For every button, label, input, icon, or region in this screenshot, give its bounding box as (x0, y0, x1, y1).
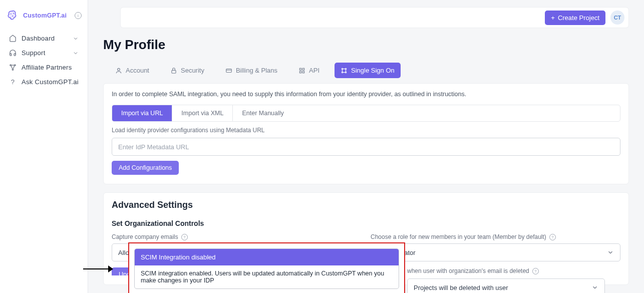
sidebar-item-dashboard[interactable]: Dashboard (6, 31, 82, 46)
topbar: + Create Project CT (120, 7, 629, 28)
delete-behavior-label: when user with organization's email is d… (407, 267, 605, 274)
chevron-down-icon (591, 284, 598, 291)
svg-point-5 (12, 69, 14, 71)
select-value: Projects will be deleted with user (414, 284, 508, 291)
tab-label: API (309, 67, 319, 74)
svg-point-16 (342, 72, 343, 73)
metadata-hint: Load identity provider configurations us… (112, 127, 620, 134)
network-icon (9, 64, 17, 71)
sidebar-label: Dashboard (22, 35, 55, 42)
tab-security[interactable]: Security (164, 63, 210, 78)
svg-point-3 (10, 65, 12, 66)
svg-point-2 (12, 16, 13, 17)
avatar[interactable]: CT (610, 11, 624, 25)
org-controls-title: Set Organizational Controls (112, 219, 620, 227)
chevron-down-icon (607, 249, 614, 256)
sidebar-label: Affiliate Partners (22, 64, 72, 71)
svg-point-1 (13, 13, 14, 14)
delete-behavior-select[interactable]: Projects will be deleted with user (407, 278, 605, 293)
scim-option-disabled[interactable]: SCIM Integration disabled (135, 249, 399, 265)
person-icon (115, 67, 122, 74)
help-icon[interactable]: ? (532, 268, 539, 274)
import-subtabs: Import via URL Import via XML Enter Manu… (112, 105, 620, 122)
option-label: SCIM integration enabled. Users will be … (141, 270, 384, 284)
subtab-import-url[interactable]: Import via URL (112, 105, 172, 121)
sidebar: CustomGPT.ai i Dashboard Support Affilia… (0, 0, 88, 293)
saml-card: In order to complete SAML integration, y… (103, 83, 629, 184)
help-icon[interactable]: ? (549, 234, 556, 240)
annotation-arrow (83, 265, 113, 273)
scim-options-list: SCIM Integration disabled SCIM integrati… (134, 248, 399, 289)
sidebar-label: Ask CustomGPT.ai (22, 78, 79, 86)
scim-dropdown-panel: SCIM Integration disabled SCIM integrati… (128, 242, 405, 293)
tab-label: Single Sign On (351, 67, 395, 74)
info-icon[interactable]: i (75, 12, 82, 19)
code-icon (298, 67, 305, 74)
svg-point-17 (345, 72, 346, 73)
svg-rect-13 (302, 71, 304, 73)
svg-rect-8 (226, 69, 232, 72)
home-icon (9, 35, 17, 42)
delete-user-column: when user with organization's email is d… (407, 267, 605, 293)
svg-rect-10 (299, 68, 301, 70)
add-configurations-button[interactable]: Add Configurations (112, 161, 179, 175)
option-label: SCIM Integration disabled (141, 253, 216, 261)
capture-emails-label: Capture company emails ? (112, 233, 362, 240)
tab-label: Account (126, 67, 149, 74)
svg-point-4 (15, 65, 16, 66)
subtab-enter-manually[interactable]: Enter Manually (233, 105, 292, 121)
help-icon[interactable]: ? (181, 234, 188, 240)
sidebar-item-support[interactable]: Support (6, 46, 82, 60)
card-icon (225, 67, 232, 74)
lock-icon (170, 67, 177, 74)
svg-point-15 (345, 68, 346, 69)
sidebar-item-affiliate[interactable]: Affiliate Partners (6, 60, 82, 75)
brand-name: CustomGPT.ai (23, 12, 67, 19)
subtab-label: Import via XML (181, 110, 223, 117)
profile-tabs: Account Security Billing & Plans API Sin… (103, 63, 629, 78)
svg-rect-7 (172, 70, 176, 73)
tab-api[interactable]: API (292, 63, 326, 78)
page-title: My Profile (103, 37, 629, 53)
brain-icon (6, 9, 19, 22)
tab-sso[interactable]: Single Sign On (335, 63, 401, 78)
question-icon: ? (9, 78, 17, 86)
tab-label: Security (181, 67, 204, 74)
sidebar-item-ask[interactable]: ? Ask CustomGPT.ai (6, 75, 82, 89)
chevron-down-icon (73, 50, 79, 56)
role-label: Choose a role for new members in your te… (371, 233, 620, 240)
headphones-icon (9, 49, 17, 57)
svg-point-14 (342, 68, 343, 69)
scim-option-enabled[interactable]: SCIM integration enabled. Users will be … (135, 265, 399, 288)
add-configurations-label: Add Configurations (119, 164, 172, 171)
idp-metadata-url-input[interactable] (112, 138, 620, 156)
label-text: when user with organization's email is d… (407, 267, 529, 274)
svg-point-0 (11, 14, 12, 15)
label-text: Choose a role for new members in your te… (371, 233, 546, 240)
tab-label: Billing & Plans (236, 67, 277, 74)
sso-icon (341, 67, 348, 74)
saml-info-text: In order to complete SAML integration, y… (112, 91, 620, 98)
svg-rect-12 (299, 71, 301, 73)
role-select[interactable]: Administrator (371, 243, 620, 261)
brand-logo[interactable]: CustomGPT.ai i (6, 9, 82, 22)
advanced-settings-title: Advanced Settings (112, 200, 620, 210)
plus-icon: + (551, 14, 555, 22)
svg-point-6 (118, 68, 120, 71)
chevron-down-icon (73, 36, 79, 42)
subtab-label: Enter Manually (242, 110, 283, 117)
subtab-import-xml[interactable]: Import via XML (172, 105, 233, 121)
subtab-label: Import via URL (121, 110, 163, 117)
create-project-label: Create Project (558, 14, 599, 22)
svg-rect-11 (302, 68, 304, 70)
tab-account[interactable]: Account (109, 63, 155, 78)
tab-billing[interactable]: Billing & Plans (219, 63, 283, 78)
create-project-button[interactable]: + Create Project (545, 11, 605, 25)
sidebar-label: Support (22, 49, 46, 57)
label-text: Capture company emails (112, 233, 178, 240)
